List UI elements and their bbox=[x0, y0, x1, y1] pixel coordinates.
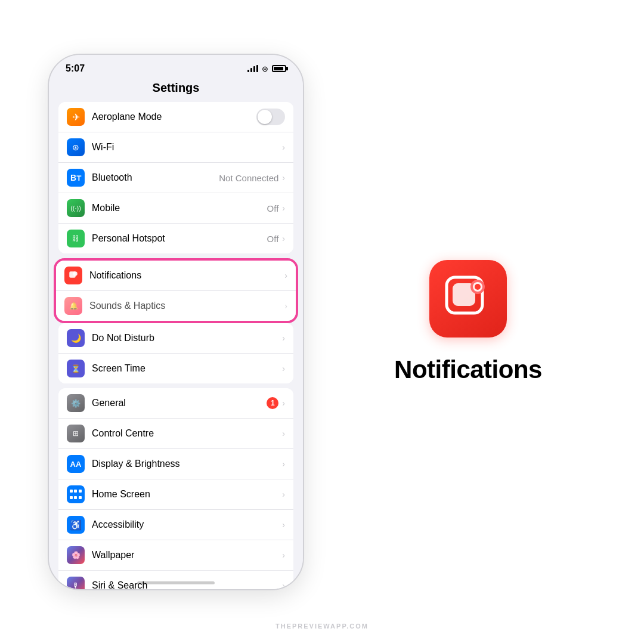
phone-mockup: 5:07 ⊛ Settings ✈ Aeroplane Mode bbox=[48, 54, 304, 590]
settings-item-homescreen[interactable]: Home Screen › bbox=[58, 479, 293, 510]
displaybrightness-chevron-icon: › bbox=[282, 459, 285, 469]
displaybrightness-icon: AA bbox=[67, 455, 85, 473]
wallpaper-chevron-icon: › bbox=[282, 550, 285, 560]
notifications-label: Notifications bbox=[89, 270, 284, 281]
settings-item-controlcentre[interactable]: ⊞ Control Centre › bbox=[58, 419, 293, 449]
footer-text: THEPREVIEWAPP.COM bbox=[275, 623, 369, 630]
app-icon-svg bbox=[444, 275, 492, 323]
settings-item-hotspot[interactable]: ⛓ Personal Hotspot Off › bbox=[58, 224, 293, 253]
general-icon: ⚙️ bbox=[67, 394, 85, 412]
homescreen-chevron-icon: › bbox=[282, 490, 285, 499]
displaybrightness-label: Display & Brightness bbox=[92, 459, 282, 469]
wifi-icon: ⊛ bbox=[262, 64, 268, 73]
settings-item-aeroplane[interactable]: ✈ Aeroplane Mode bbox=[58, 102, 293, 132]
settings-item-screentime[interactable]: ⏳ Screen Time › bbox=[58, 354, 293, 383]
mobile-label: Mobile bbox=[92, 203, 267, 213]
mobile-value: Off bbox=[267, 203, 279, 213]
battery-icon bbox=[272, 65, 286, 72]
homescreen-icon bbox=[67, 485, 85, 503]
dnd-icon: 🌙 bbox=[67, 329, 85, 347]
settings-item-siri[interactable]: 🎙 Siri & Search › bbox=[58, 571, 293, 590]
wifi-settings-icon: ⊛ bbox=[67, 138, 85, 156]
wifi-label: Wi-Fi bbox=[92, 142, 282, 153]
homescreen-label: Home Screen bbox=[92, 489, 282, 500]
controlcentre-chevron-icon: › bbox=[282, 429, 285, 438]
app-icon-large bbox=[429, 260, 507, 338]
status-icons: ⊛ bbox=[247, 64, 286, 73]
screentime-label: Screen Time bbox=[92, 363, 282, 374]
dnd-chevron-icon: › bbox=[282, 333, 285, 343]
status-bar: 5:07 ⊛ bbox=[49, 55, 303, 78]
notifications-icon bbox=[64, 267, 82, 284]
settings-list: ✈ Aeroplane Mode ⊛ Wi-Fi › Bᴛ Bluetooth … bbox=[49, 102, 303, 590]
settings-item-accessibility[interactable]: ♿ Accessibility › bbox=[58, 510, 293, 540]
signal-bars-icon bbox=[247, 65, 258, 72]
bluetooth-chevron-icon: › bbox=[282, 173, 285, 182]
dnd-label: Do Not Disturb bbox=[92, 333, 282, 343]
right-panel: Notifications bbox=[304, 260, 596, 384]
sounds-chevron-icon: › bbox=[284, 301, 287, 311]
hotspot-icon: ⛓ bbox=[67, 230, 85, 247]
settings-item-sounds[interactable]: 🔔 Sounds & Haptics › bbox=[56, 291, 296, 321]
wallpaper-icon: 🌸 bbox=[67, 546, 85, 564]
accessibility-label: Accessibility bbox=[92, 519, 282, 530]
aeroplane-toggle[interactable] bbox=[256, 109, 285, 125]
app-title: Notifications bbox=[394, 355, 542, 384]
general-label: General bbox=[92, 398, 267, 408]
settings-item-general[interactable]: ⚙️ General 1 › bbox=[58, 388, 293, 419]
accessibility-chevron-icon: › bbox=[282, 520, 285, 530]
svg-point-6 bbox=[475, 284, 481, 290]
settings-item-mobile[interactable]: ((·)) Mobile Off › bbox=[58, 193, 293, 224]
hotspot-chevron-icon: › bbox=[282, 234, 285, 243]
settings-group-focus: 🌙 Do Not Disturb › ⏳ Screen Time › bbox=[58, 323, 293, 383]
hotspot-value: Off bbox=[267, 234, 279, 244]
controlcentre-label: Control Centre bbox=[92, 428, 282, 439]
status-time: 5:07 bbox=[66, 63, 85, 74]
settings-item-wifi[interactable]: ⊛ Wi-Fi › bbox=[58, 132, 293, 163]
bluetooth-value: Not Connected bbox=[219, 173, 278, 183]
screentime-chevron-icon: › bbox=[282, 364, 285, 373]
settings-item-bluetooth[interactable]: Bᴛ Bluetooth Not Connected › bbox=[58, 163, 293, 193]
mobile-icon: ((·)) bbox=[67, 199, 85, 217]
siri-chevron-icon: › bbox=[282, 581, 285, 590]
settings-item-displaybrightness[interactable]: AA Display & Brightness › bbox=[58, 449, 293, 479]
wifi-chevron-icon: › bbox=[282, 143, 285, 152]
settings-group-connectivity: ✈ Aeroplane Mode ⊛ Wi-Fi › Bᴛ Bluetooth … bbox=[58, 102, 293, 253]
home-indicator bbox=[137, 581, 215, 584]
settings-item-notifications[interactable]: Notifications › bbox=[56, 261, 296, 291]
general-chevron-icon: › bbox=[282, 398, 285, 408]
settings-group-system: ⚙️ General 1 › ⊞ Control Centre › AA Dis… bbox=[58, 388, 293, 590]
siri-icon: 🎙 bbox=[67, 577, 85, 590]
wallpaper-label: Wallpaper bbox=[92, 550, 282, 561]
bluetooth-label: Bluetooth bbox=[92, 172, 219, 183]
mobile-chevron-icon: › bbox=[282, 203, 285, 213]
svg-point-1 bbox=[73, 271, 78, 276]
screentime-icon: ⏳ bbox=[67, 360, 85, 377]
general-badge: 1 bbox=[267, 397, 278, 409]
accessibility-icon: ♿ bbox=[67, 516, 85, 534]
notifications-chevron-icon: › bbox=[284, 271, 287, 280]
sounds-label: Sounds & Haptics bbox=[89, 301, 284, 311]
sounds-icon: 🔔 bbox=[64, 297, 82, 315]
page-container: 5:07 ⊛ Settings ✈ Aeroplane Mode bbox=[0, 0, 644, 644]
aeroplane-icon: ✈ bbox=[67, 108, 85, 126]
hotspot-label: Personal Hotspot bbox=[92, 233, 267, 244]
settings-item-wallpaper[interactable]: 🌸 Wallpaper › bbox=[58, 540, 293, 571]
controlcentre-icon: ⊞ bbox=[67, 425, 85, 442]
aeroplane-label: Aeroplane Mode bbox=[92, 112, 256, 122]
settings-item-dnd[interactable]: 🌙 Do Not Disturb › bbox=[58, 323, 293, 354]
bluetooth-icon: Bᴛ bbox=[67, 169, 85, 187]
settings-title: Settings bbox=[49, 78, 303, 102]
notifications-highlight: Notifications › 🔔 Sounds & Haptics › bbox=[54, 258, 298, 323]
